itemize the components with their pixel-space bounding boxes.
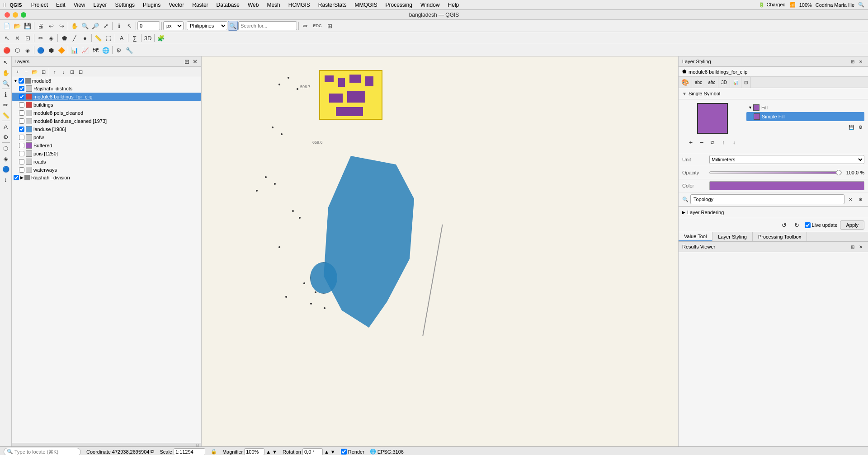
add-line-btn[interactable]: ╱	[70, 33, 80, 43]
unit-select[interactable]: MillimetersPointsPixels	[709, 155, 864, 164]
menu-settings[interactable]: Settings	[112, 1, 138, 9]
left-plugin-btn4[interactable]: ↕	[1, 174, 11, 184]
measure-btn[interactable]: 📏	[93, 33, 103, 43]
tab-value-tool[interactable]: Value Tool	[679, 232, 712, 241]
edit-mode-btn[interactable]: ✏	[300, 21, 310, 31]
list-item[interactable]: module8 buildings_for_clip	[12, 93, 201, 101]
topology-search-input[interactable]	[690, 194, 844, 204]
plugin-btn-11[interactable]: ⚙	[114, 45, 124, 55]
styling-tab-color[interactable]: 🎨	[679, 77, 692, 88]
menu-view[interactable]: View	[70, 1, 89, 9]
layers-group-btn[interactable]: ⊞	[68, 68, 76, 76]
locate-search-box[interactable]: 🔍	[4, 448, 81, 455]
menu-raster[interactable]: Raster	[189, 1, 212, 9]
plugin-btn-6[interactable]: 🔶	[57, 45, 66, 55]
list-item[interactable]: Rajshahi_districts	[12, 84, 201, 93]
layers-up-btn[interactable]: ↑	[51, 68, 59, 76]
opacity-slider-container[interactable]	[709, 168, 842, 177]
pois-cleaned-check[interactable]	[19, 110, 24, 116]
zoom-full-btn[interactable]: ⤢	[101, 21, 111, 31]
styling-tab-3d[interactable]: 3D	[718, 77, 730, 88]
coordinate-copy-icon[interactable]: ⧉	[151, 449, 154, 455]
menu-mmqgis[interactable]: MMQGIS	[351, 1, 381, 9]
search-menu-icon[interactable]: 🔍	[858, 2, 864, 8]
left-identify-btn[interactable]: ℹ	[1, 89, 11, 99]
layers-remove-btn[interactable]: −	[22, 68, 30, 76]
select-btn[interactable]: ↖	[124, 21, 134, 31]
left-plugin-btn3[interactable]: 🔵	[1, 164, 11, 174]
results-close-btn[interactable]: ✕	[857, 243, 864, 250]
open-project-btn[interactable]: 📂	[12, 21, 22, 31]
menu-processing[interactable]: Processing	[382, 1, 416, 9]
symbol-add-btn[interactable]: +	[686, 137, 696, 147]
tab-layer-styling[interactable]: Layer Styling	[712, 232, 753, 241]
buildings-clip-check[interactable]	[19, 94, 24, 99]
magnifier-up[interactable]: ▲	[266, 449, 271, 455]
layer-group-module8[interactable]: ▼ module8	[12, 77, 201, 84]
left-zoom-btn[interactable]: 🔍	[1, 78, 11, 88]
list-item[interactable]: pois [1250]	[12, 150, 201, 158]
left-plugin-btn1[interactable]: ⬡	[1, 143, 11, 153]
symbol-save-btn[interactable]: 💾	[847, 123, 855, 131]
add-point-btn[interactable]: ●	[80, 33, 90, 43]
layers-down-btn[interactable]: ↓	[59, 68, 67, 76]
layers-collapse-btn[interactable]: ⊟	[76, 68, 85, 76]
plugin-btn-2[interactable]: ⬡	[12, 45, 22, 55]
list-item[interactable]: roads	[12, 158, 201, 166]
color-swatch-large[interactable]	[697, 103, 728, 134]
grid-btn[interactable]: ⊞	[325, 21, 335, 31]
left-edit-btn[interactable]: ✏	[1, 100, 11, 110]
rajshahi-division-check[interactable]	[14, 175, 19, 180]
render-check[interactable]	[341, 449, 347, 455]
measure-area-btn[interactable]: ⬚	[104, 33, 113, 43]
select-features-btn[interactable]: ↖	[2, 33, 12, 43]
menu-plugins[interactable]: Plugins	[139, 1, 164, 9]
pofw-check[interactable]	[19, 135, 24, 140]
apple-menu[interactable]: 	[4, 1, 6, 9]
lock-icon[interactable]: 🔒	[211, 449, 217, 455]
field-calc-btn[interactable]: ∑	[130, 33, 140, 43]
menu-mesh[interactable]: Mesh	[263, 1, 283, 9]
plugin-btn-8[interactable]: 📈	[80, 45, 90, 55]
live-update-check[interactable]	[805, 222, 811, 228]
styling-tab-abc2[interactable]: abc	[705, 77, 718, 88]
layer-rendering-header[interactable]: ▶ Layer Rendering	[682, 209, 864, 216]
menu-vector[interactable]: Vector	[165, 1, 188, 9]
map-canvas[interactable]: 596.7 659.6	[202, 56, 678, 446]
new-project-btn[interactable]: 📄	[2, 21, 12, 31]
plugin-btn-3[interactable]: ◈	[23, 45, 33, 55]
layers-filter-btn[interactable]: ⊡	[39, 68, 47, 76]
search-btn[interactable]: 🔍	[228, 21, 238, 31]
deselect-btn[interactable]: ✕	[12, 33, 22, 43]
left-pan-btn[interactable]: ✋	[1, 68, 11, 78]
close-button[interactable]	[5, 12, 10, 18]
menu-edit[interactable]: Edit	[52, 1, 69, 9]
styling-close-btn[interactable]: ✕	[857, 58, 864, 65]
layers-add-btn[interactable]: +	[14, 68, 22, 76]
redo-btn[interactable]: ↪	[57, 21, 66, 31]
plugins-btn[interactable]: 🧩	[156, 33, 166, 43]
filter-btn[interactable]: ⊡	[23, 33, 33, 43]
left-settings-btn[interactable]: ⚙	[1, 132, 11, 142]
buffered-check[interactable]	[19, 143, 24, 148]
menu-hcmgis[interactable]: HCMGIS	[285, 1, 314, 9]
pan-btn[interactable]: ✋	[70, 21, 80, 31]
coordinate-input[interactable]	[137, 21, 160, 30]
styling-tab-abc[interactable]: abc	[692, 77, 705, 88]
minimize-button[interactable]	[13, 12, 18, 18]
zoom-out-btn[interactable]: 🔎	[90, 21, 100, 31]
3d-map-btn[interactable]: 3D	[143, 33, 153, 43]
symbol-up-btn[interactable]: ↑	[718, 137, 728, 147]
plugin-btn-4[interactable]: 🔵	[36, 45, 46, 55]
locate-input[interactable]	[14, 449, 78, 455]
roads-check[interactable]	[19, 159, 24, 164]
buildings-check[interactable]	[19, 102, 24, 108]
menu-rasterstats[interactable]: RasterStats	[315, 1, 350, 9]
menu-help[interactable]: Help	[444, 1, 463, 9]
magnifier-down[interactable]: ▼	[272, 449, 277, 455]
layers-open-btn[interactable]: 📂	[31, 68, 39, 76]
rotation-input[interactable]	[302, 448, 323, 455]
styling-float-btn[interactable]: ⊞	[849, 58, 856, 65]
styling-tab-mask[interactable]: ⊡	[741, 77, 751, 88]
left-plugin-btn2[interactable]: ◈	[1, 154, 11, 164]
